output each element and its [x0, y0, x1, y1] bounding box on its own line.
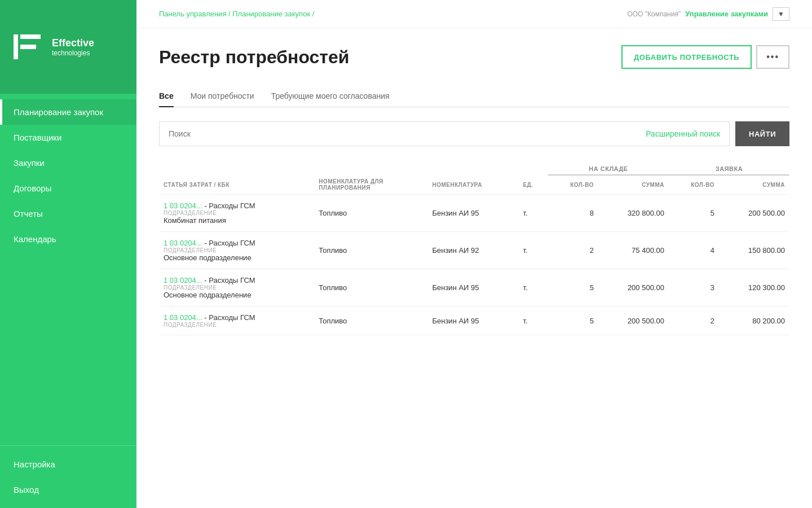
logo-icon	[11, 30, 45, 64]
table-row: 1 03 0204... - Расходы ГСМ ПОДРАЗДЕЛЕНИЕ…	[159, 269, 789, 306]
col-names-row: СТАТЬЯ ЗАТРАТ / КБК НОМЕНКЛАТУРА ДЛЯПЛАН…	[159, 175, 789, 195]
cell-qty-order-3: 2	[669, 306, 719, 335]
sidebar-bottom: НастройкаВыход	[0, 445, 136, 508]
page-title: Реестр потребностей	[159, 47, 349, 68]
tab-all[interactable]: Все	[159, 86, 174, 107]
th-sum-order: СУММА	[719, 175, 789, 195]
logo-text: Effective technologies	[52, 37, 94, 57]
cell-nom-2: Бензин АИ 95	[427, 269, 518, 306]
dropdown-button[interactable]: ▼	[773, 7, 789, 21]
header-actions: ДОБАВИТЬ ПОТРЕБНОСТЬ •••	[621, 45, 789, 69]
cell-nom-plan-0: Топливо	[314, 195, 427, 232]
col-group-order: ЗАЯВКА	[669, 163, 789, 175]
search-bar: Расширенный поиск НАЙТИ	[159, 121, 789, 146]
search-input-wrap: Расширенный поиск	[159, 121, 730, 146]
tab-my[interactable]: Мои потребности	[191, 86, 254, 107]
th-unit: ЕД.	[518, 175, 548, 195]
cell-nom-plan-1: Топливо	[314, 232, 427, 269]
cell-sum-order-3: 80 200.00	[719, 306, 789, 335]
logo-area: Effective technologies	[0, 0, 136, 94]
breadcrumb: Панель управления / Планирование закупок…	[159, 10, 314, 18]
breadcrumb-text[interactable]: Панель управления / Планирование закупок…	[159, 10, 314, 18]
main-content: Панель управления / Планирование закупок…	[136, 0, 812, 508]
topbar: Панель управления / Планирование закупок…	[136, 0, 812, 28]
cell-nom-plan-3: Топливо	[314, 306, 427, 335]
cell-sum-order-1: 150 800.00	[719, 232, 789, 269]
sidebar-item-settings[interactable]: Настройка	[0, 452, 136, 477]
more-button[interactable]: •••	[756, 45, 789, 69]
search-button[interactable]: НАЙТИ	[735, 121, 789, 146]
cell-unit-2: т.	[518, 269, 548, 306]
cell-nom-0: Бензин АИ 95	[427, 195, 518, 232]
th-qty-stock: КОЛ-ВО	[548, 175, 598, 195]
svg-rect-1	[20, 34, 41, 39]
sidebar: Effective technologies Планирование заку…	[0, 0, 136, 508]
article-rest-2: - Расходы ГСМ	[202, 276, 255, 284]
dept-name-0: Комбинат питания	[164, 216, 310, 225]
table-container: НА СКЛАДЕ ЗАЯВКА СТАТЬЯ ЗАТРАТ / КБК НОМ…	[159, 163, 789, 335]
col-group-empty	[159, 163, 548, 175]
dept-name-1: Основное подразделение	[164, 253, 310, 262]
article-link-0[interactable]: 1 03 0204...	[164, 202, 202, 210]
topbar-right: ООО "Компания" Управление закупками ▼	[627, 7, 789, 21]
cell-article-2: 1 03 0204... - Расходы ГСМ ПОДРАЗДЕЛЕНИЕ…	[159, 269, 314, 306]
dept-label-1: ПОДРАЗДЕЛЕНИЕ	[164, 247, 310, 253]
sidebar-item-contracts[interactable]: Договоры	[0, 176, 136, 201]
sidebar-item-reports[interactable]: Отчеты	[0, 201, 136, 226]
sidebar-item-calendar[interactable]: Календарь	[0, 226, 136, 252]
tabs: ВсеМои потребностиТребующие моего соглас…	[159, 86, 789, 107]
table-row: 1 03 0204... - Расходы ГСМ ПОДРАЗДЕЛЕНИЕ…	[159, 306, 789, 335]
cell-unit-0: т.	[518, 195, 548, 232]
table-row: 1 03 0204... - Расходы ГСМ ПОДРАЗДЕЛЕНИЕ…	[159, 232, 789, 269]
cell-qty-stock-1: 2	[548, 232, 598, 269]
cell-qty-order-2: 3	[669, 269, 719, 306]
page-header: Реестр потребностей ДОБАВИТЬ ПОТРЕБНОСТЬ…	[159, 45, 789, 69]
col-group-stock: НА СКЛАДЕ	[548, 163, 669, 175]
add-need-button[interactable]: ДОБАВИТЬ ПОТРЕБНОСТЬ	[621, 45, 752, 69]
article-rest-1: - Расходы ГСМ	[202, 239, 255, 247]
company-name: ООО "Компания"	[627, 10, 681, 18]
th-nom: НОМЕНКЛАТУРА	[427, 175, 518, 195]
cell-article-1: 1 03 0204... - Расходы ГСМ ПОДРАЗДЕЛЕНИЕ…	[159, 232, 314, 269]
cell-qty-stock-3: 5	[548, 306, 598, 335]
col-group-row: НА СКЛАДЕ ЗАЯВКА	[159, 163, 789, 175]
cell-nom-3: Бензин АИ 95	[427, 306, 518, 335]
article-rest-0: - Расходы ГСМ	[202, 202, 255, 210]
sidebar-item-planning[interactable]: Планирование закупок	[0, 99, 136, 125]
cell-article-0: 1 03 0204... - Расходы ГСМ ПОДРАЗДЕЛЕНИЕ…	[159, 195, 314, 232]
th-nom-plan: НОМЕНКЛАТУРА ДЛЯПЛАНИРОВАНИЯ	[314, 175, 427, 195]
search-input[interactable]	[169, 129, 646, 138]
svg-rect-0	[14, 34, 18, 59]
needs-table: НА СКЛАДЕ ЗАЯВКА СТАТЬЯ ЗАТРАТ / КБК НОМ…	[159, 163, 789, 335]
tab-approval[interactable]: Требующие моего согласования	[271, 86, 390, 107]
cell-sum-stock-2: 200 500.00	[598, 269, 669, 306]
cell-nom-plan-2: Топливо	[314, 269, 427, 306]
cell-unit-3: т.	[518, 306, 548, 335]
cell-qty-order-1: 4	[669, 232, 719, 269]
cell-unit-1: т.	[518, 232, 548, 269]
page-content: Реестр потребностей ДОБАВИТЬ ПОТРЕБНОСТЬ…	[136, 28, 812, 508]
cell-nom-1: Бензин АИ 92	[427, 232, 518, 269]
cell-qty-order-0: 5	[669, 195, 719, 232]
dept-name-2: Основное подразделение	[164, 291, 310, 299]
th-sum-stock: СУММА	[598, 175, 669, 195]
sidebar-item-logout[interactable]: Выход	[0, 477, 136, 502]
cell-qty-stock-0: 8	[548, 195, 598, 232]
sidebar-item-purchases[interactable]: Закупки	[0, 150, 136, 176]
article-link-3[interactable]: 1 03 0204...	[164, 313, 202, 322]
advanced-search-link[interactable]: Расширенный поиск	[646, 129, 720, 138]
article-link-1[interactable]: 1 03 0204...	[164, 239, 202, 247]
dept-label-0: ПОДРАЗДЕЛЕНИЕ	[164, 210, 310, 216]
dept-label-3: ПОДРАЗДЕЛЕНИЕ	[164, 322, 310, 328]
article-rest-3: - Расходы ГСМ	[202, 313, 255, 322]
cell-sum-order-0: 200 500.00	[719, 195, 789, 232]
manage-link[interactable]: Управление закупками	[685, 10, 768, 18]
th-qty-order: КОЛ-ВО	[669, 175, 719, 195]
cell-sum-stock-0: 320 800.00	[598, 195, 669, 232]
cell-qty-stock-2: 5	[548, 269, 598, 306]
sidebar-item-suppliers[interactable]: Поставщики	[0, 125, 136, 150]
cell-sum-stock-3: 200 500.00	[598, 306, 669, 335]
svg-rect-2	[20, 45, 36, 49]
article-link-2[interactable]: 1 03 0204...	[164, 276, 202, 284]
th-article: СТАТЬЯ ЗАТРАТ / КБК	[159, 175, 314, 195]
